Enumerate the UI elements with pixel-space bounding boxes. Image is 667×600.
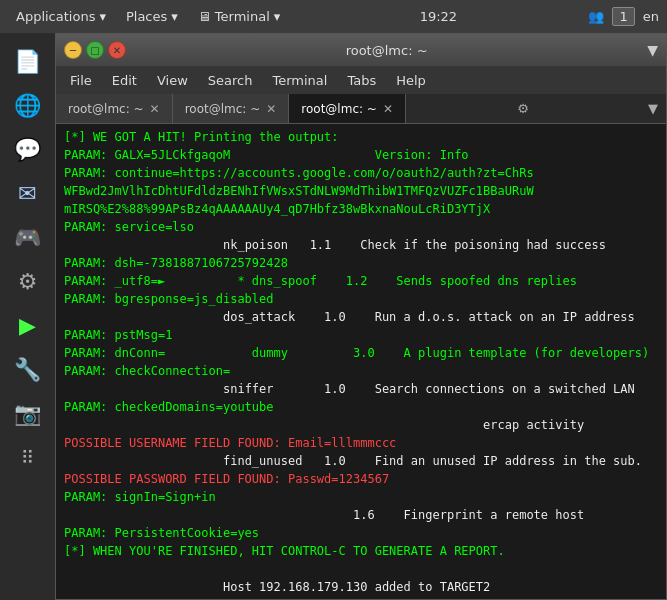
grid-icon: ⠿ [21, 447, 34, 468]
main-area: ─ □ ✕ root@lmc: ~ ▼ File Edit View Searc… [55, 33, 667, 600]
sidebar-icon-terminal[interactable]: ▶ [8, 305, 48, 345]
menu-terminal[interactable]: Terminal [262, 69, 337, 92]
terminal-line: nk_poison 1.1 Check if the poisoning had… [64, 236, 658, 254]
applications-arrow: ▾ [99, 9, 106, 24]
menu-search[interactable]: Search [198, 69, 263, 92]
tab-settings-icon[interactable]: ⚙ [509, 101, 537, 116]
tab-1-close[interactable]: ✕ [150, 102, 160, 116]
terminal-line: find_unused 1.0 Find an unused IP addres… [64, 452, 658, 470]
games-icon: 🎮 [14, 225, 41, 250]
terminal-line: sniffer 1.0 Search connections on a swit… [64, 380, 658, 398]
places-menu[interactable]: Places ▾ [118, 5, 186, 28]
tab-1-label: root@lmc: ~ [68, 102, 144, 116]
terminal-line: POSSIBLE USERNAME FIELD FOUND: Email=lll… [64, 434, 658, 452]
terminal-sidebar-icon: ▶ [19, 313, 36, 338]
menu-edit[interactable]: Edit [102, 69, 147, 92]
maximize-button[interactable]: □ [86, 41, 104, 59]
tab-3-label: root@lmc: ~ [301, 102, 377, 116]
terminal-content[interactable]: [*] WE GOT A HIT! Printing the output:PA… [56, 124, 666, 599]
menu-file[interactable]: File [60, 69, 102, 92]
files-icon: 📄 [14, 49, 41, 74]
sidebar-icon-email[interactable]: ✉ [8, 173, 48, 213]
settings-icon: ⚙ [18, 269, 38, 294]
sidebar: 📄 🌐 💬 ✉ 🎮 ⚙ ▶ 🔧 📷 ⠿ [0, 33, 55, 600]
sidebar-icon-settings[interactable]: ⚙ [8, 261, 48, 301]
close-button[interactable]: ✕ [108, 41, 126, 59]
terminal-icon: 🖥 [198, 9, 211, 24]
terminal-label: Terminal [215, 9, 270, 24]
terminal-line: dos_attack 1.0 Run a d.o.s. attack on an… [64, 308, 658, 326]
applications-menu[interactable]: Applications ▾ [8, 5, 114, 28]
sidebar-icon-tools[interactable]: 🔧 [8, 349, 48, 389]
terminal-line: [*] WE GOT A HIT! Printing the output: [64, 128, 658, 146]
menu-arrow-icon[interactable]: ▼ [647, 42, 658, 58]
terminal-line: WFBwd2JmVlhIcDhtUFdldzBENhIfVWsxSTdNLW9M… [64, 182, 658, 200]
sidebar-icon-chat[interactable]: 💬 [8, 129, 48, 169]
terminal-line: PARAM: GALX=5JLCkfgaqoM Version: Info [64, 146, 658, 164]
terminal-line: PARAM: pstMsg=1 [64, 326, 658, 344]
window-title: root@lmc: ~ [130, 43, 643, 58]
sidebar-icon-grid[interactable]: ⠿ [8, 437, 48, 477]
system-bar: Applications ▾ Places ▾ 🖥 Terminal ▾ 19:… [0, 0, 667, 33]
terminal-line: Host 192.168.179.130 added to TARGET2 [64, 578, 658, 596]
terminal-window: ─ □ ✕ root@lmc: ~ ▼ File Edit View Searc… [55, 33, 667, 600]
tab-3[interactable]: root@lmc: ~ ✕ [289, 94, 406, 123]
places-arrow: ▾ [171, 9, 178, 24]
minimize-button[interactable]: ─ [64, 41, 82, 59]
lang-label[interactable]: en [643, 9, 659, 24]
system-time: 19:22 [420, 9, 457, 24]
tab-2-close[interactable]: ✕ [266, 102, 276, 116]
terminal-line: ercap activity [64, 416, 658, 434]
tab-bar: root@lmc: ~ ✕ root@lmc: ~ ✕ root@lmc: ~ … [56, 94, 666, 124]
terminal-line: PARAM: checkConnection= [64, 362, 658, 380]
terminal-arrow: ▾ [274, 9, 281, 24]
terminal-line [64, 560, 658, 578]
sidebar-icon-browser[interactable]: 🌐 [8, 85, 48, 125]
browser-icon: 🌐 [14, 93, 41, 118]
tab-2-label: root@lmc: ~ [185, 102, 261, 116]
tab-3-close[interactable]: ✕ [383, 102, 393, 116]
terminal-line: PARAM: bgresponse=js_disabled [64, 290, 658, 308]
workspace-badge[interactable]: 1 [612, 7, 634, 26]
terminal-line: PARAM: dnConn= dummy 3.0 A plugin templa… [64, 344, 658, 362]
terminal-line: PARAM: _utf8=► * dns_spoof 1.2 Sends spo… [64, 272, 658, 290]
window-controls: ─ □ ✕ [64, 41, 126, 59]
email-icon: ✉ [18, 181, 36, 206]
places-label: Places [126, 9, 167, 24]
menu-view[interactable]: View [147, 69, 198, 92]
terminal-line: PARAM: PersistentCookie=yes [64, 524, 658, 542]
sidebar-icon-files[interactable]: 📄 [8, 41, 48, 81]
terminal-line: 1.6 Fingerprint a remote host [64, 506, 658, 524]
tab-1[interactable]: root@lmc: ~ ✕ [56, 94, 173, 123]
terminal-line: PARAM: signIn=Sign+in [64, 488, 658, 506]
sidebar-icon-camera[interactable]: 📷 [8, 393, 48, 433]
terminal-line: POSSIBLE PASSWORD FIELD FOUND: Passwd=12… [64, 470, 658, 488]
tools-icon: 🔧 [14, 357, 41, 382]
menu-help[interactable]: Help [386, 69, 436, 92]
terminal-line: mIRSQ%E2%88%99APsBz4qAAAAAAUy4_qD7Hbfz38… [64, 200, 658, 218]
terminal-menubar: File Edit View Search Terminal Tabs Help [56, 66, 666, 94]
terminal-menu[interactable]: 🖥 Terminal ▾ [190, 5, 288, 28]
terminal-line: PARAM: checkedDomains=youtube [64, 398, 658, 416]
terminal-line: directory traversal attempt detected fro… [64, 596, 658, 599]
sidebar-icon-games[interactable]: 🎮 [8, 217, 48, 257]
tab-2[interactable]: root@lmc: ~ ✕ [173, 94, 290, 123]
people-icon: 👥 [588, 9, 604, 24]
terminal-line: PARAM: dsh=-7381887106725792428 [64, 254, 658, 272]
applications-label: Applications [16, 9, 95, 24]
terminal-line: PARAM: continue=https://accounts.google.… [64, 164, 658, 182]
camera-icon: 📷 [14, 401, 41, 426]
menu-tabs[interactable]: Tabs [337, 69, 386, 92]
chat-icon: 💬 [14, 137, 41, 162]
desktop: 📄 🌐 💬 ✉ 🎮 ⚙ ▶ 🔧 📷 ⠿ [0, 33, 667, 600]
terminal-line: PARAM: service=lso [64, 218, 658, 236]
terminal-line: [*] WHEN YOU'RE FINISHED, HIT CONTROL-C … [64, 542, 658, 560]
terminal-titlebar: ─ □ ✕ root@lmc: ~ ▼ [56, 34, 666, 66]
tab-dropdown-icon[interactable]: ▼ [640, 101, 666, 116]
